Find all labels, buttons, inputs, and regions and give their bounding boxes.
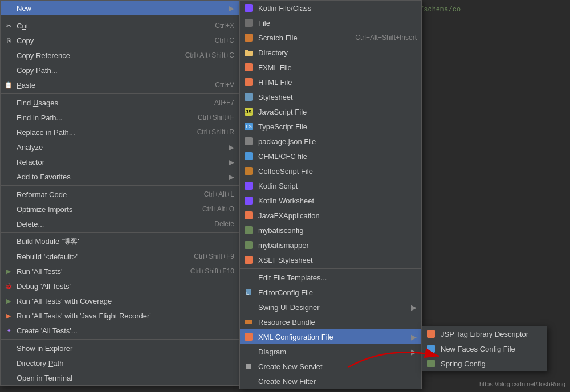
submenu-item-directory[interactable]: Directory [240,45,421,60]
menu-item-run-flight-label: Run 'All Tests' with 'Java Flight Record… [17,312,151,320]
run-tests-shortcut: Ctrl+Shift+F10 [179,267,234,275]
submenu-item-editorconfig-label: EditorConfig File [258,288,313,297]
submenu-item-create-filter[interactable]: Create New Filter [240,374,421,389]
copy-icon: ⎘ [4,36,13,45]
submenu-item-stylesheet-label: Stylesheet [258,93,293,101]
javafx-icon [245,211,253,219]
refactor-arrow: ▶ [229,158,234,166]
submenu-xml-item-new-faces[interactable]: New Faces Config File [422,341,547,356]
swing-arrow: ▶ [411,303,417,312]
editorconfig-icon: E [245,288,253,296]
submenu-item-kotlin-worksheet[interactable]: Kotlin Worksheet [240,193,421,208]
submenu-item-create-servlet[interactable]: Create New Servlet [240,359,421,374]
menu-item-run-flight[interactable]: ▶ Run 'All Tests' with 'Java Flight Reco… [1,308,239,323]
menu-item-optimize[interactable]: Optimize Imports Ctrl+Alt+O [1,202,239,217]
menu-item-run-coverage-label: Run 'All Tests' with Coverage [17,297,112,305]
menu-item-find-usages[interactable]: Find Usages Alt+F7 [1,95,239,110]
directory-icon [245,48,253,56]
submenu-item-kotlin-script[interactable]: Kotlin Script [240,178,421,193]
menu-item-run-tests[interactable]: ▶ Run 'All Tests' Ctrl+Shift+F10 [1,264,239,279]
context-menu: New ▶ ✂ Cut Ctrl+X ⎘ Copy Ctrl+C Copy Re… [0,0,239,386]
menu-item-dir-path-label: Directory Path [17,359,63,368]
submenu-item-edit-templates[interactable]: Edit File Templates... [240,270,421,285]
menu-item-cut[interactable]: ✂ Cut Ctrl+X [1,18,239,33]
separator-5 [1,339,239,340]
menu-item-replace-in-path-label: Replace in Path... [17,128,75,137]
menu-item-refactor[interactable]: Refactor ▶ [1,154,239,169]
submenu-item-diagram[interactable]: Diagram ▶ [240,344,421,359]
servlet-icon [245,362,253,370]
menu-item-delete-label: Delete... [17,220,44,228]
menu-item-paste-label: Paste [17,81,35,89]
xslt-icon [245,256,253,264]
submenu-item-stylesheet[interactable]: Stylesheet [240,89,421,104]
submenu-item-kotlin-script-label: Kotlin Script [258,182,298,190]
separator-1 [1,17,239,17]
submenu-item-xslt-label: XSLT Stylesheet [258,256,313,264]
fxml-icon [245,63,253,71]
submenu-item-xslt[interactable]: XSLT Stylesheet [240,252,421,267]
menu-item-reformat[interactable]: Reformat Code Ctrl+Alt+L [1,187,239,202]
menu-item-new-label: New [17,4,31,13]
menu-item-add-favorites[interactable]: Add to Favorites ▶ [1,169,239,184]
submenu-xml-item-spring-config[interactable]: Spring Config [422,356,547,371]
create-tests-icon: ✦ [4,326,13,335]
submenu-item-xml-config[interactable]: XML Configuration File ▶ [240,329,421,344]
menu-item-show-explorer[interactable]: Show in Explorer [1,341,239,356]
menu-item-run-tests-label: Run 'All Tests' [17,267,63,276]
submenu-item-scratch[interactable]: Scratch File Ctrl+Alt+Shift+Insert [240,30,421,45]
menu-item-delete[interactable]: Delete... Delete [1,217,239,231]
menu-item-dir-path[interactable]: Directory Path [1,356,239,370]
menu-item-debug-tests[interactable]: 🐞 Debug 'All Tests' [1,279,239,293]
menu-item-run-coverage[interactable]: ▶ Run 'All Tests' with Coverage [1,293,239,308]
submenu-item-html[interactable]: HTML File [240,75,421,89]
menu-item-create-tests[interactable]: ✦ Create 'All Tests'... [1,323,239,338]
menu-item-rebuild-label: Rebuild '<default>' [17,252,78,261]
submenu-item-javafx[interactable]: JavaFXApplication [240,208,421,223]
jsp-tag-icon [427,330,435,338]
file-icon [245,19,253,27]
menu-item-analyze[interactable]: Analyze ▶ [1,140,239,154]
menu-item-find-in-path[interactable]: Find in Path... Ctrl+Shift+F [1,110,239,125]
menu-item-copy[interactable]: ⎘ Copy Ctrl+C [1,33,239,48]
menu-item-reformat-label: Reformat Code [17,190,67,199]
submenu-item-cfml[interactable]: CFML/CFC file [240,149,421,164]
submenu-item-pkg-json[interactable]: package.json File [240,134,421,149]
svg-rect-1 [245,50,248,52]
submenu-item-ts-label: TypeScript File [258,122,307,131]
favorites-arrow: ▶ [229,173,234,181]
cut-icon: ✂ [4,21,13,30]
submenu-item-diagram-label: Diagram [258,348,286,356]
cfml-icon [245,152,253,160]
scratch-shortcut: Ctrl+Alt+Shift+Insert [344,34,417,42]
menu-item-replace-in-path[interactable]: Replace in Path... Ctrl+Shift+R [1,125,239,140]
resource-bundle-icon [245,318,253,326]
reformat-shortcut: Ctrl+Alt+L [193,190,234,198]
submenu-xml-item-jsp-tag-label: JSP Tag Library Descriptor [441,330,528,338]
submenu-item-kotlin-file[interactable]: Kotlin File/Class [240,1,421,15]
coverage-icon: ▶ [4,296,13,305]
submenu-item-mybatismapper[interactable]: mybatismapper [240,238,421,252]
submenu-item-editorconfig[interactable]: E EditorConfig File [240,285,421,300]
submenu-item-resource-bundle[interactable]: Resource Bundle [240,315,421,329]
debug-icon: 🐞 [4,281,13,291]
menu-item-open-terminal[interactable]: Open in Terminal [1,370,239,385]
submenu-item-coffee[interactable]: CoffeeScript File [240,164,421,178]
menu-item-copy-path[interactable]: Copy Path... [1,63,239,77]
scratch-icon [245,34,253,42]
submenu-item-fxml[interactable]: FXML File [240,60,421,75]
submenu-item-swing[interactable]: Swing UI Designer ▶ [240,300,421,315]
menu-item-build-module[interactable]: Build Module '博客' [1,234,239,249]
submenu-xml-item-jsp-tag[interactable]: JSP Tag Library Descriptor [422,326,547,341]
submenu-item-ts[interactable]: TS TypeScript File [240,119,421,134]
submenu-item-js[interactable]: JS JavaScript File [240,104,421,119]
submenu-item-mybatisconfig[interactable]: mybatisconfig [240,223,421,238]
submenu-item-edit-templates-label: Edit File Templates... [258,273,327,282]
menu-item-paste[interactable]: 📋 Paste Ctrl+V [1,77,239,92]
menu-item-analyze-label: Analyze [17,143,43,152]
menu-item-new[interactable]: New ▶ [1,1,239,15]
submenu-item-coffee-label: CoffeeScript File [258,167,313,175]
submenu-item-file[interactable]: File [240,15,421,30]
menu-item-copy-reference[interactable]: Copy Reference Ctrl+Alt+Shift+C [1,48,239,63]
menu-item-rebuild[interactable]: Rebuild '<default>' Ctrl+Shift+F9 [1,249,239,264]
